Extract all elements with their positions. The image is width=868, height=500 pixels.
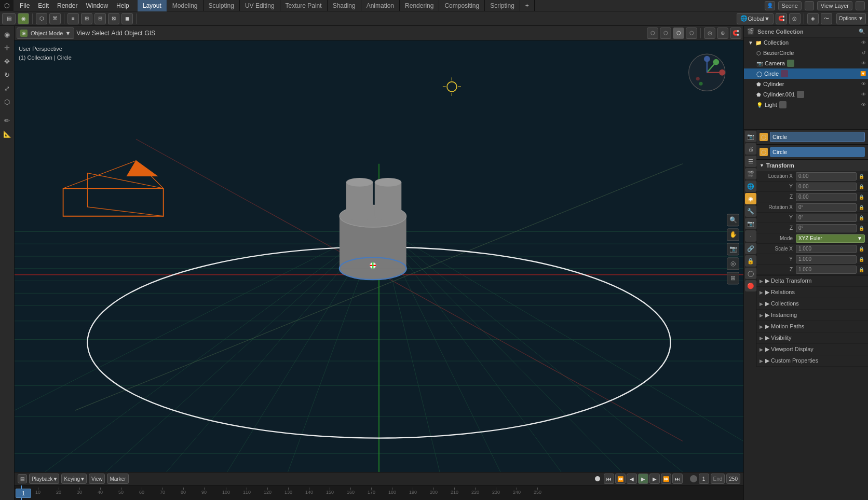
scale-z-lock[interactable]: 🔒 (858, 266, 865, 273)
viewport-menu-gis[interactable]: GIS (144, 30, 155, 37)
vp-render-icon[interactable]: ◎ (727, 257, 739, 270)
playback-btn[interactable]: Playback ▼ (29, 474, 59, 484)
prop-tab-scene[interactable]: 🎬 (745, 168, 756, 179)
toolbar-icon-4[interactable]: ⊞ (81, 13, 92, 24)
prop-tab-render[interactable]: 📷 (745, 131, 756, 142)
collection-eye[interactable]: 👁 (861, 40, 866, 45)
outliner-item-cylinder-001[interactable]: ⬟ Cylinder.001 👁 (744, 89, 868, 100)
visibility-section[interactable]: ▶ ▶ Visibility (756, 332, 868, 344)
rotation-mode-dropdown[interactable]: XYZ Euler ▼ (796, 234, 865, 243)
toolbar-icon-3[interactable]: ≡ (67, 13, 79, 24)
tab-compositing[interactable]: Compositing (439, 0, 485, 11)
view-btn[interactable]: View (89, 474, 105, 484)
mode-dropdown[interactable]: ◉ Object Mode ▼ (17, 27, 74, 39)
sidebar-cursor-icon[interactable]: ✛ (1, 41, 13, 54)
prop-tab-constraints[interactable]: 🔒 (745, 255, 756, 267)
prop-tab-output[interactable]: 🖨 (745, 143, 756, 155)
frame-ruler[interactable]: 1 10 20 30 40 (15, 485, 743, 500)
shade-rendered[interactable]: ⬡ (686, 27, 697, 39)
location-x-lock[interactable]: 🔒 (858, 173, 865, 180)
marker-btn[interactable]: Marker (107, 474, 128, 484)
scale-y-value[interactable]: 1.000 (796, 255, 857, 263)
toolbar-icon-2[interactable]: ⌘ (49, 13, 61, 24)
scale-z-value[interactable]: 1.000 (796, 266, 857, 274)
toolbar-icon-6[interactable]: ⊠ (108, 13, 119, 24)
shade-wireframe[interactable]: ⬡ (647, 27, 658, 39)
custom-properties-section[interactable]: ▶ ▶ Custom Properties (756, 355, 868, 367)
viewport-menu-add[interactable]: Add (111, 30, 122, 37)
sidebar-measure-icon[interactable]: 📐 (1, 128, 13, 140)
outliner-item-camera[interactable]: 📷 Camera 👁 (744, 58, 868, 68)
toolbar-icon-7[interactable]: ◼ (121, 13, 133, 24)
play-pause-btn[interactable]: ▶ (638, 474, 648, 484)
menu-window[interactable]: Window (82, 0, 112, 11)
user-avatar[interactable]: 👤 (765, 1, 775, 10)
jump-back-btn[interactable]: ⏪ (615, 474, 626, 484)
snap-btn[interactable]: 🧲 (776, 13, 787, 24)
prop-tab-material[interactable]: 🔴 (745, 280, 756, 291)
snap-viewport-btn[interactable]: 🧲 (730, 27, 741, 39)
light-eye[interactable]: 👁 (861, 102, 866, 107)
prop-tab-world[interactable]: 🌐 (745, 180, 756, 192)
sidebar-annotate-icon[interactable]: ✏ (1, 114, 13, 127)
next-frame-btn[interactable]: ▶ (649, 474, 660, 484)
outliner-item-beziercircle[interactable]: ⬡ BezierCircle ↺ (744, 48, 868, 58)
viewport-menu-select[interactable]: Select (92, 30, 109, 37)
timeline-playhead-dot[interactable] (595, 476, 600, 481)
menu-render[interactable]: Render (53, 0, 82, 11)
viewport-menu-view[interactable]: View (76, 30, 90, 37)
end-frame-input[interactable]: 250 (726, 474, 740, 484)
outliner-item-collection[interactable]: ▼ 📁 Collection 👁 (744, 37, 868, 48)
location-y-lock[interactable]: 🔒 (858, 183, 865, 190)
scene-selector[interactable]: Scene (778, 1, 802, 10)
prop-tab-object[interactable]: ◉ (745, 193, 756, 204)
sidebar-rotate-icon[interactable]: ↻ (1, 68, 13, 81)
tab-texture-paint[interactable]: Texture Paint (280, 0, 328, 11)
transform-pivot[interactable]: ◈ (807, 13, 819, 24)
global-selector[interactable]: 🌐 Global ▼ (737, 13, 774, 24)
audio-btn[interactable] (690, 475, 697, 482)
object-data-name-input[interactable] (770, 147, 865, 157)
jump-fwd-btn[interactable]: ⏩ (661, 474, 671, 484)
tab-rendering[interactable]: Rendering (400, 0, 439, 11)
menu-help[interactable]: Help (112, 0, 133, 11)
editor-type-btn[interactable]: ▤ (2, 13, 16, 24)
delta-transform-section[interactable]: ▶ ▶ Delta Transform (756, 275, 868, 287)
gizmo-btn[interactable]: ⊕ (717, 27, 728, 39)
timeline-editor-icon[interactable]: ▤ (18, 474, 27, 483)
location-z-lock[interactable]: 🔒 (858, 193, 865, 201)
overlay-btn[interactable]: ◎ (704, 27, 715, 39)
sidebar-select-icon[interactable]: ◉ (1, 28, 13, 40)
rotation-x-lock[interactable]: 🔒 (858, 204, 865, 211)
prop-tab-particles[interactable]: · (745, 230, 756, 242)
skip-to-start-btn[interactable]: ⏮ (604, 474, 614, 484)
motion-paths-section[interactable]: ▶ ▶ Motion Paths (756, 321, 868, 332)
toolbar-icon-5[interactable]: ⊟ (94, 13, 106, 24)
tab-scripting[interactable]: Scripting (485, 0, 520, 11)
prop-tab-view-layer[interactable]: ☰ (745, 156, 756, 167)
object-mode-icon[interactable]: ◉ (18, 13, 29, 24)
shade-solid[interactable]: ⬡ (660, 27, 671, 39)
prop-tab-shader[interactable]: 📷 (745, 218, 756, 229)
rotation-y-lock[interactable]: 🔒 (858, 214, 865, 221)
prop-tab-physics[interactable]: 🔗 (745, 243, 756, 254)
transform-header[interactable]: ▼ Transform (756, 160, 868, 171)
viewport-canvas[interactable]: .grid-line { stroke: #1a4a3a; stroke-wid… (15, 40, 743, 472)
toolbar-curve[interactable]: 〜 (821, 13, 832, 24)
sidebar-move-icon[interactable]: ✥ (1, 55, 13, 67)
rotation-x-value[interactable]: 0° (796, 203, 857, 212)
outliner-item-cylinder[interactable]: ⬟ Cylinder 👁 (744, 79, 868, 89)
tab-uv-editing[interactable]: UV Editing (240, 0, 280, 11)
vp-camera-icon[interactable]: 📷 (727, 243, 739, 255)
scale-x-lock[interactable]: 🔒 (858, 245, 865, 253)
skip-to-end-btn[interactable]: ⏭ (672, 474, 683, 484)
vp-pan-icon[interactable]: ✋ (727, 228, 739, 241)
cylinder-eye[interactable]: 👁 (861, 81, 866, 87)
rotation-z-lock[interactable]: 🔒 (858, 225, 865, 232)
keying-btn[interactable]: Keying ▼ (61, 474, 86, 484)
view-layer-selector[interactable]: View Layer (817, 1, 852, 10)
shade-material[interactable]: ⬡ (673, 27, 684, 39)
scale-x-value[interactable]: 1.000 (796, 245, 857, 253)
rotation-z-value[interactable]: 0° (796, 224, 857, 232)
start-frame-input[interactable]: 1 (699, 474, 709, 484)
